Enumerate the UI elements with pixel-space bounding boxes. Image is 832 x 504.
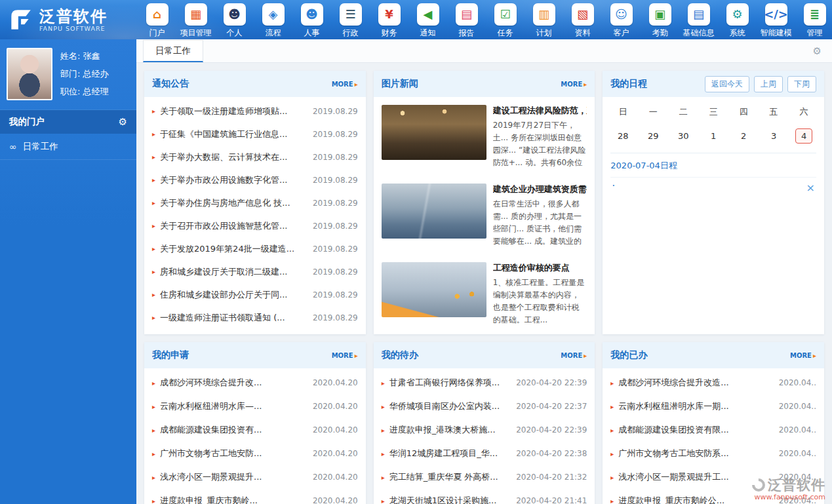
- close-icon[interactable]: ×: [806, 182, 815, 194]
- schedule-bullet: ·: [612, 184, 615, 188]
- application-item[interactable]: ▸ 云南水利枢纽潜明水库—... 2020.04.20: [152, 395, 358, 418]
- application-item[interactable]: ▸ 广州市文物考古工地安防... 2020.04.20: [152, 442, 358, 465]
- news-item[interactable]: 工程造价审核的要点 1、核准工程量。工程量是编制决算最基本的内容，也是整个工程取…: [382, 262, 587, 333]
- gear-icon[interactable]: ⚙: [119, 116, 127, 128]
- more-arrow-icon: ▸: [813, 352, 816, 359]
- done-item[interactable]: ▸ 广州市文物考古工地安防系... 2020.04..: [610, 442, 816, 465]
- news-item[interactable]: 建设工程法律风险防范，建... 2019年7月27日下午，土... 务所在深圳坂…: [382, 105, 587, 176]
- settings-wrench-icon[interactable]: ⚙: [813, 45, 822, 57]
- topnav-item[interactable]: ☺ 客户: [602, 1, 641, 39]
- sidebar-item-daily-work[interactable]: ∞ 日常工作: [0, 134, 136, 160]
- notice-item[interactable]: ▸ 关于举办市政公用设施数字化管... 2019.08.29: [152, 168, 358, 191]
- topnav-item[interactable]: ☰ 行政: [331, 1, 370, 39]
- todos-more-link[interactable]: MORE ▸: [561, 352, 587, 359]
- topnav-item[interactable]: </> 智能建模: [757, 1, 795, 39]
- notice-item[interactable]: ▸ 关于召开市政公用设施智慧化管... 2019.08.29: [152, 214, 358, 237]
- notice-item[interactable]: ▸ 关于领取一级注册建造师增项贴... 2019.08.29: [152, 100, 358, 123]
- todo-item[interactable]: ▸ 华润12城房建工程项目_华... 2020-04-20 22:38: [382, 442, 587, 465]
- topnav-item[interactable]: ☑ 任务: [486, 1, 525, 39]
- done-more-link[interactable]: MORE ▸: [790, 352, 816, 359]
- customer-icon: ☺: [615, 9, 627, 20]
- application-item[interactable]: ▸ 成都沙河环境综合提升改... 2020.04.20: [152, 371, 358, 395]
- application-item[interactable]: ▸ 浅水湾小区一期景观提升... 2020.04.20: [152, 465, 358, 489]
- nav-icon-tile: ◈: [262, 3, 285, 26]
- topnav-item[interactable]: ▤ 基础信息: [679, 1, 718, 39]
- topnav-item[interactable]: ▥ 计划: [525, 1, 563, 39]
- notice-item[interactable]: ▸ 住房和城乡建设部办公厅关于同... 2019.08.29: [152, 283, 358, 306]
- todo-text: 甘肃省工商银行网络保养项...: [389, 377, 511, 389]
- notice-date: 2019.08.29: [313, 199, 358, 208]
- todo-item[interactable]: ▸ 华侨城项目南区办公室内装... 2020-04-20 22:37: [382, 395, 587, 418]
- todo-item[interactable]: ▸ 甘肃省工商银行网络保养项... 2020-04-20 22:39: [382, 371, 587, 395]
- bullet-arrow-icon: ▸: [610, 450, 614, 457]
- done-item[interactable]: ▸ 进度款申报_重庆市鹅岭公... 2020.04..: [610, 489, 816, 504]
- notice-item[interactable]: ▸ 关于发放2019年第24批一级建造... 2019.08.29: [152, 237, 358, 260]
- topnav-item[interactable]: ▦ 项目管理: [176, 1, 215, 39]
- topnav-item[interactable]: ▧ 资料: [563, 1, 602, 39]
- done-date: 2020.04..: [779, 449, 816, 458]
- date-cell[interactable]: 2: [728, 123, 759, 149]
- todo-text: 完工结算_重庆华夏 外高桥...: [389, 471, 511, 483]
- done-text: 进度款申报_重庆市鹅岭公...: [618, 495, 773, 504]
- schedule-nav-button[interactable]: 上周: [754, 76, 783, 92]
- notice-date: 2019.08.29: [313, 313, 358, 322]
- done-item[interactable]: ▸ 云南水利枢纽潜明水库一期... 2020.04..: [610, 395, 816, 418]
- bullet-arrow-icon: ▸: [152, 222, 155, 229]
- done-item[interactable]: ▸ 成都沙河环境综合提升改造... 2020.04..: [610, 371, 816, 395]
- report-doc-icon: ▤: [461, 9, 472, 20]
- todo-item[interactable]: ▸ 完工结算_重庆华夏 外高桥... 2020-04-20 21:32: [382, 465, 587, 489]
- date-number: 3: [765, 128, 782, 144]
- topnav-item[interactable]: ⌂ 门户: [138, 1, 176, 39]
- schedule-nav-button[interactable]: 下周: [787, 76, 816, 92]
- topnav-item[interactable]: ▤ 报告: [447, 1, 486, 39]
- nav-icon-tile: ▤: [456, 3, 478, 26]
- application-date: 2020.04.20: [313, 449, 358, 458]
- done-panel: 我的已办 MORE ▸ ▸ 成都沙河环境综合提升改造... 2020.04.. …: [603, 342, 824, 504]
- portal-section-header[interactable]: 我的门户 ⚙: [0, 109, 136, 134]
- topnav-item[interactable]: ◀ 通知: [408, 1, 447, 39]
- notice-item[interactable]: ▸ 于征集《中国建筑施工行业信息... 2019.08.29: [152, 123, 358, 145]
- application-date: 2020.04.20: [313, 473, 358, 482]
- date-cell[interactable]: 30: [668, 123, 698, 149]
- bullet-arrow-icon: ▸: [152, 176, 155, 184]
- todo-text: 华侨城项目南区办公室内装...: [389, 400, 511, 412]
- topnav-item[interactable]: ≣ 管理: [795, 1, 832, 39]
- todo-item[interactable]: ▸ 进度款申报_港珠澳大桥施... 2020-04-20 22:39: [382, 418, 587, 442]
- sidebar-menu: ∞ 日常工作: [0, 134, 136, 160]
- notice-item[interactable]: ▸ 关于举办大数据、云计算技术在... 2019.08.29: [152, 145, 358, 168]
- panel-header: 我的已办 MORE ▸: [603, 342, 824, 368]
- done-date: 2020.04..: [779, 473, 816, 482]
- more-label: MORE: [561, 81, 582, 88]
- notices-more-link[interactable]: MORE ▸: [332, 81, 358, 88]
- notice-item[interactable]: ▸ 房和城乡建设厅关于取消二级建... 2019.08.29: [152, 260, 358, 283]
- news-more-link[interactable]: MORE ▸: [561, 81, 587, 88]
- todo-item[interactable]: ▸ 龙湖天街城1区设计采购施... 2020-04-20 21:41: [382, 489, 587, 504]
- topnav-item[interactable]: ⚙ 系统: [718, 1, 757, 39]
- notice-item[interactable]: ▸ 关于举办住房与房地产信息化 技... 2019.08.29: [152, 191, 358, 214]
- notice-text: 关于举办大数据、云计算技术在...: [160, 151, 307, 163]
- done-item[interactable]: ▸ 成都能源建设集团投资有限... 2020.04..: [610, 418, 816, 442]
- date-cell[interactable]: 28: [608, 123, 638, 149]
- topnav-item[interactable]: ◈ 流程: [254, 1, 292, 39]
- topnav-item[interactable]: ▣ 考勤: [641, 1, 679, 39]
- application-item[interactable]: ▸ 成都能源建设集团投资有... 2020.04.20: [152, 418, 358, 442]
- date-cell[interactable]: 1: [698, 123, 728, 149]
- topnav-item[interactable]: ☻ 个人: [215, 1, 254, 39]
- done-item[interactable]: ▸ 浅水湾小区一期景观提升工... 2020.04..: [610, 465, 816, 489]
- tab-daily-work[interactable]: 日常工作: [143, 40, 203, 62]
- notice-date: 2019.08.29: [313, 222, 358, 231]
- applications-more-link[interactable]: MORE ▸: [332, 352, 358, 359]
- topnav-item[interactable]: ☻ 人事: [292, 1, 331, 39]
- news-item[interactable]: 建筑企业办理建筑资质需要... 在日常生活中，很多人都需... 质的办理，尤其是…: [382, 184, 587, 254]
- notice-item[interactable]: ▸ 一级建造师注册证书领取通知 (... 2019.08.29: [152, 306, 358, 329]
- date-cell[interactable]: 4: [789, 123, 819, 149]
- date-cell[interactable]: 29: [638, 123, 668, 149]
- application-item[interactable]: ▸ 进度款申报_重庆市鹅岭... 2020.04.20: [152, 489, 358, 504]
- profile-card: 姓名: 张鑫 部门: 总经办 职位: 总经理: [0, 39, 136, 109]
- topnav-label: 财务: [382, 28, 397, 39]
- news-image: [382, 105, 486, 160]
- date-cell[interactable]: 3: [759, 123, 789, 149]
- schedule-nav-button[interactable]: 返回今天: [705, 76, 749, 92]
- topnav-label: 资料: [575, 28, 591, 39]
- topnav-item[interactable]: ¥ 财务: [370, 1, 408, 39]
